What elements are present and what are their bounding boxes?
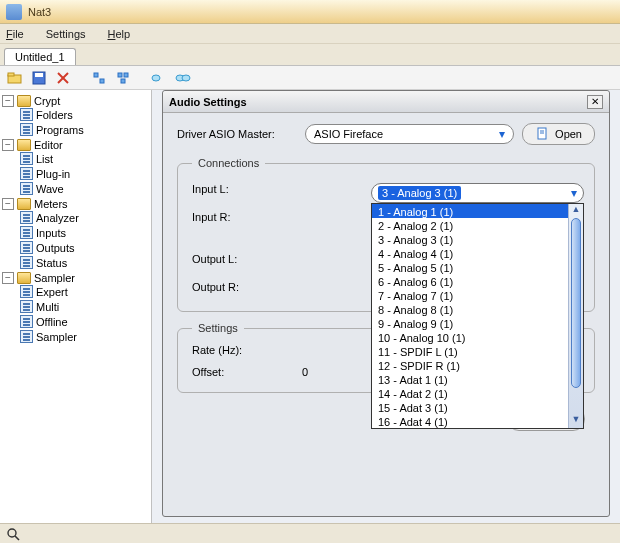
list-icon (20, 152, 33, 165)
titlebar: Nat3 (0, 0, 620, 24)
dropdown-option[interactable]: 5 - Analog 5 (1) (372, 260, 583, 274)
list-icon (20, 330, 33, 343)
dropdown-option[interactable]: 7 - Analog 7 (1) (372, 288, 583, 302)
svg-rect-6 (94, 73, 98, 77)
menu-help[interactable]: Help (108, 28, 131, 40)
menubar: File Settings Help (0, 24, 620, 44)
folder-icon (17, 95, 31, 107)
input-l-dropdown[interactable]: 3 - Analog 3 (1) ▾ 1 - Analog 1 (1)2 - A… (371, 183, 584, 429)
tree-item-offline[interactable]: Offline (20, 315, 149, 328)
dropdown-selected: 3 - Analog 3 (1) (378, 186, 461, 200)
tree-folder-meters[interactable]: −Meters (2, 198, 149, 210)
tree-item-wave[interactable]: Wave (20, 182, 149, 195)
tab-untitled[interactable]: Untitled_1 (4, 48, 76, 65)
tree-item-plug-in[interactable]: Plug-in (20, 167, 149, 180)
collapse-icon[interactable]: − (2, 272, 14, 284)
chevron-down-icon: ▾ (499, 127, 505, 141)
dropdown-option[interactable]: 10 - Analog 10 (1) (372, 330, 583, 344)
input-r-label: Input R: (192, 211, 292, 223)
scrollbar[interactable]: ▲ ▼ (568, 204, 583, 428)
tree-label: Expert (36, 286, 68, 298)
tree-label: Outputs (36, 242, 75, 254)
dropdown-option[interactable]: 14 - Adat 2 (1) (372, 386, 583, 400)
tree-item-programs[interactable]: Programs (20, 123, 149, 136)
tree-folder-crypt[interactable]: −Crypt (2, 95, 149, 107)
tool-icon-3[interactable] (150, 69, 168, 87)
tool-icon-4[interactable] (174, 69, 192, 87)
tree-item-multi[interactable]: Multi (20, 300, 149, 313)
collapse-icon[interactable]: − (2, 139, 14, 151)
dropdown-option[interactable]: 15 - Adat 3 (1) (372, 400, 583, 414)
svg-rect-8 (118, 73, 122, 77)
tree-item-outputs[interactable]: Outputs (20, 241, 149, 254)
dropdown-option[interactable]: 12 - SPDIF R (1) (372, 358, 583, 372)
svg-rect-3 (35, 73, 43, 77)
delete-icon[interactable] (54, 69, 72, 87)
dropdown-option[interactable]: 11 - SPDIF L (1) (372, 344, 583, 358)
save-icon[interactable] (30, 69, 48, 87)
tree-label: Folders (36, 109, 73, 121)
driver-select[interactable]: ASIO Fireface ▾ (305, 124, 514, 144)
dropdown-option[interactable]: 1 - Analog 1 (1) (372, 204, 583, 218)
rate-label: Rate (Hz): (192, 344, 292, 356)
list-icon (20, 241, 33, 254)
svg-line-18 (15, 536, 19, 540)
svg-point-11 (152, 75, 160, 81)
scroll-down-icon[interactable]: ▼ (569, 414, 583, 428)
chevron-down-icon[interactable]: ▾ (571, 186, 577, 200)
tree-label: Plug-in (36, 168, 70, 180)
dropdown-option[interactable]: 3 - Analog 3 (1) (372, 232, 583, 246)
list-icon (20, 285, 33, 298)
tree-item-expert[interactable]: Expert (20, 285, 149, 298)
open-folder-icon[interactable] (6, 69, 24, 87)
tree-folder-editor[interactable]: −Editor (2, 139, 149, 151)
dropdown-list[interactable]: 1 - Analog 1 (1)2 - Analog 2 (1)3 - Anal… (371, 203, 584, 429)
svg-point-17 (8, 529, 16, 537)
dropdown-option[interactable]: 8 - Analog 8 (1) (372, 302, 583, 316)
tool-icon-1[interactable] (90, 69, 108, 87)
tree-item-folders[interactable]: Folders (20, 108, 149, 121)
dropdown-option[interactable]: 2 - Analog 2 (1) (372, 218, 583, 232)
tree-label: Crypt (34, 95, 60, 107)
list-icon (20, 300, 33, 313)
svg-point-13 (182, 75, 190, 81)
collapse-icon[interactable]: − (2, 198, 14, 210)
tree-item-list[interactable]: List (20, 152, 149, 165)
menu-settings[interactable]: Settings (46, 28, 86, 40)
tabstrip: Untitled_1 (0, 44, 620, 66)
collapse-icon[interactable]: − (2, 95, 14, 107)
dropdown-option[interactable]: 13 - Adat 1 (1) (372, 372, 583, 386)
tree-label: Sampler (34, 272, 75, 284)
tree-label: Editor (34, 139, 63, 151)
zoom-icon[interactable] (6, 527, 20, 541)
tool-icon-2[interactable] (114, 69, 132, 87)
tree-label: Multi (36, 301, 59, 313)
sidebar-tree[interactable]: −CryptFoldersPrograms−EditorListPlug-inW… (0, 90, 152, 523)
output-r-label: Output R: (192, 281, 292, 293)
scroll-up-icon[interactable]: ▲ (569, 204, 583, 218)
svg-rect-1 (8, 73, 14, 76)
list-icon (20, 256, 33, 269)
settings-legend: Settings (192, 322, 244, 334)
window-title: Nat3 (28, 6, 51, 18)
document-icon (535, 127, 549, 141)
list-icon (20, 108, 33, 121)
dropdown-option[interactable]: 6 - Analog 6 (1) (372, 274, 583, 288)
tree-folder-sampler[interactable]: −Sampler (2, 272, 149, 284)
tree-item-status[interactable]: Status (20, 256, 149, 269)
folder-icon (17, 272, 31, 284)
folder-icon (17, 139, 31, 151)
open-button[interactable]: Open (522, 123, 595, 145)
tree-item-sampler[interactable]: Sampler (20, 330, 149, 343)
dropdown-option[interactable]: 9 - Analog 9 (1) (372, 316, 583, 330)
toolbar (0, 66, 620, 90)
scroll-thumb[interactable] (571, 218, 581, 388)
dropdown-option[interactable]: 4 - Analog 4 (1) (372, 246, 583, 260)
tree-item-analyzer[interactable]: Analyzer (20, 211, 149, 224)
list-icon (20, 211, 33, 224)
tree-item-inputs[interactable]: Inputs (20, 226, 149, 239)
tree-label: Offline (36, 316, 68, 328)
dropdown-option[interactable]: 16 - Adat 4 (1) (372, 414, 583, 428)
close-icon[interactable]: ✕ (587, 95, 603, 109)
menu-file[interactable]: File (6, 28, 24, 40)
